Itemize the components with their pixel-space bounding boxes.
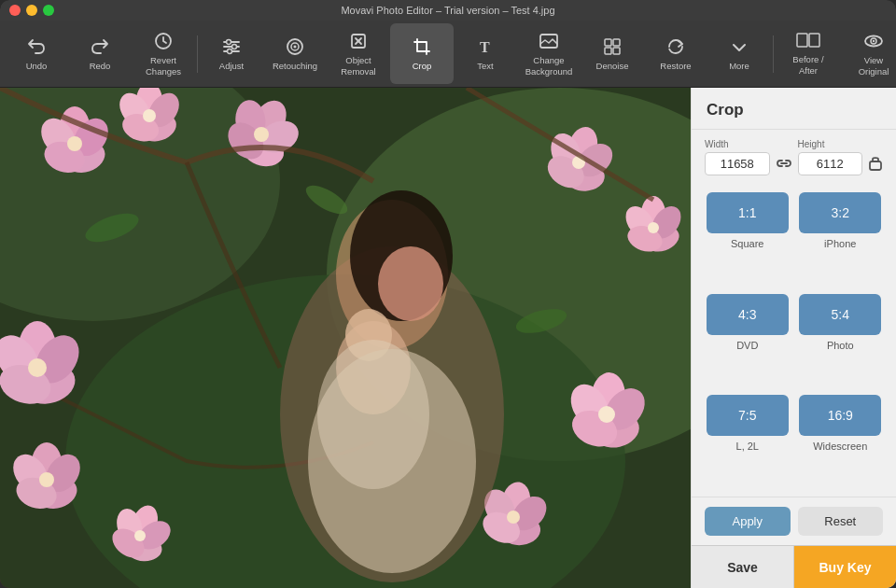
traffic-lights (9, 5, 54, 16)
toolbar-item-restore[interactable]: Restore (644, 23, 707, 84)
toolbar-item-before-after[interactable]: Before / After (776, 23, 841, 84)
toolbar-item-change-background[interactable]: Change Background (517, 23, 581, 84)
preset-item-l2l[interactable]: 7:5 L, 2L (705, 395, 791, 489)
toolbar-label-undo: Undo (26, 61, 48, 71)
more-icon (729, 36, 749, 57)
save-button[interactable]: Save (692, 546, 794, 588)
toolbar-item-more[interactable]: More (707, 23, 771, 84)
svg-point-9 (294, 45, 297, 48)
svg-rect-18 (613, 48, 620, 54)
preset-label-dvd: DVD (736, 340, 758, 351)
svg-rect-102 (870, 161, 881, 170)
preset-item-widescreen[interactable]: 16:9 Widescreen (798, 395, 884, 489)
toolbar-item-text[interactable]: T Text (454, 23, 517, 84)
preset-btn-widescreen[interactable]: 16:9 (799, 395, 881, 436)
toolbar-label-retouching: Retouching (273, 61, 317, 71)
toolbar-item-view-original[interactable]: View Original (841, 23, 896, 84)
preset-btn-iphone[interactable]: 3:2 (799, 192, 881, 233)
toolbar-label-view-original: View Original (859, 55, 889, 77)
toolbar-label-revert: Revert Changes (146, 55, 181, 77)
apply-button[interactable]: Apply (705, 507, 791, 536)
minimize-button[interactable] (26, 5, 37, 16)
preset-item-photo[interactable]: 5:4 Photo (798, 294, 884, 388)
svg-point-35 (67, 136, 82, 151)
buy-key-button[interactable]: Buy Key (794, 546, 896, 588)
preset-label-photo: Photo (827, 340, 854, 351)
denoise-icon (602, 36, 623, 57)
svg-point-41 (143, 109, 156, 122)
svg-point-23 (873, 40, 875, 42)
restore-icon (665, 36, 686, 57)
toolbar-label-denoise: Denoise (596, 61, 629, 71)
svg-point-77 (507, 511, 520, 524)
panel-title: Crop (707, 101, 744, 119)
toolbar-divider-2 (773, 35, 774, 73)
preset-item-dvd[interactable]: 4:3 DVD (705, 294, 791, 388)
photo-background (0, 88, 691, 588)
svg-point-81 (378, 246, 443, 321)
reset-button[interactable]: Reset (798, 507, 884, 536)
toolbar-label-more: More (729, 61, 749, 71)
toolbar-item-object-removal[interactable]: Object Removal (327, 23, 390, 84)
presets-grid: 1:1 Square 3:2 iPhone 4:3 DVD 5:4 Photo … (692, 185, 896, 497)
lock-icon[interactable] (868, 141, 883, 174)
main-area: Crop Width Height (0, 88, 896, 588)
panel-actions: Apply Reset (692, 497, 896, 545)
toolbar-item-denoise[interactable]: Denoise (581, 23, 644, 84)
title-bar: Movavi Photo Editor – Trial version – Te… (0, 0, 896, 21)
svg-text:T: T (480, 39, 490, 55)
preset-btn-dvd[interactable]: 4:3 (707, 294, 789, 335)
panel-header: Crop (692, 88, 896, 130)
change-background-icon (539, 31, 559, 51)
width-input[interactable] (705, 152, 770, 175)
preset-item-square[interactable]: 1:1 Square (705, 192, 791, 287)
redo-icon (90, 36, 110, 57)
toolbar-label-change-background: Change Background (525, 55, 573, 77)
preset-btn-square[interactable]: 1:1 (707, 192, 789, 233)
toolbar-item-revert[interactable]: Revert Changes (132, 23, 195, 84)
toolbar-label-text: Text (477, 61, 493, 71)
width-group: Width (705, 139, 770, 175)
svg-point-65 (39, 472, 54, 487)
link-dimensions-icon[interactable] (776, 143, 792, 173)
toolbar-right: Before / After View Original New (771, 23, 896, 84)
svg-point-97 (598, 406, 615, 423)
svg-rect-17 (605, 48, 611, 54)
svg-point-59 (648, 222, 659, 233)
preset-label-square: Square (731, 238, 763, 249)
toolbar: Undo Redo Revert Changes (0, 21, 896, 88)
svg-point-5 (232, 44, 237, 49)
height-input[interactable] (798, 152, 863, 175)
toolbar-item-retouching[interactable]: Retouching (263, 23, 327, 84)
crop-icon (412, 36, 432, 57)
preset-label-iphone: iPhone (824, 238, 856, 249)
toolbar-item-adjust[interactable]: Adjust (200, 23, 263, 84)
toolbar-label-redo: Redo (90, 61, 111, 71)
toolbar-item-undo[interactable]: Undo (5, 23, 68, 84)
window-title: Movavi Photo Editor – Trial version – Te… (341, 5, 554, 16)
preset-btn-l2l[interactable]: 7:5 (707, 395, 789, 436)
object-removal-icon (348, 31, 369, 51)
toolbar-item-crop[interactable]: Crop (390, 23, 454, 84)
photo-area (0, 88, 691, 588)
toolbar-label-before-after: Before / After (792, 54, 823, 76)
revert-icon (153, 31, 174, 51)
svg-rect-20 (809, 34, 819, 47)
bottom-bar: Save Buy Key (692, 545, 896, 588)
toolbar-item-redo[interactable]: Redo (68, 23, 132, 84)
side-panel: Crop Width Height (691, 88, 896, 588)
svg-point-4 (227, 39, 231, 44)
svg-rect-16 (613, 39, 620, 46)
close-button[interactable] (9, 5, 21, 16)
preset-btn-photo[interactable]: 5:4 (799, 294, 881, 335)
before-after-icon (796, 32, 820, 50)
dimensions-row: Width Height (692, 130, 896, 185)
view-original-icon (862, 31, 885, 51)
maximize-button[interactable] (43, 5, 54, 16)
svg-point-6 (228, 49, 232, 53)
height-group: Height (798, 139, 863, 175)
width-label: Width (705, 139, 770, 149)
preset-label-widescreen: Widescreen (813, 441, 867, 452)
toolbar-label-object-removal: Object Removal (341, 55, 376, 77)
preset-item-iphone[interactable]: 3:2 iPhone (798, 192, 884, 287)
